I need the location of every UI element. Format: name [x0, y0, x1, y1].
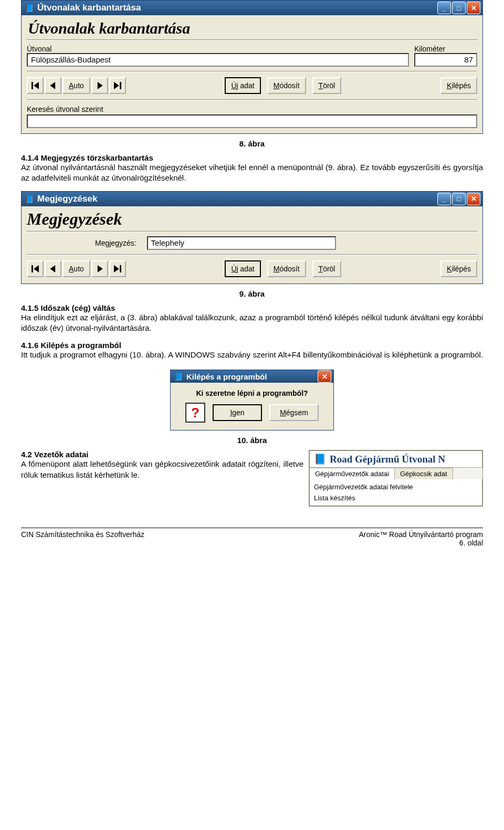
svg-rect-5 — [120, 82, 121, 89]
question-icon: ? — [185, 403, 205, 423]
footer-right-1: Aronic™ Road Útnyilvántartó program — [359, 530, 483, 539]
window-title: Megjegyzések — [36, 194, 437, 204]
figure-8-caption: 8. ábra — [21, 139, 483, 148]
modosit-button[interactable]: Módosít — [267, 77, 306, 94]
nav-prev-button[interactable] — [45, 260, 61, 277]
sec-42-body: A főmenüpont alatt lehetőségünk van gépk… — [21, 459, 303, 480]
tab-gepjarmuvezetok[interactable]: Gépjárművezetők adatai — [309, 468, 395, 479]
torol-button[interactable]: Töröl — [312, 260, 342, 277]
nav-next-button[interactable] — [91, 77, 108, 94]
megsem-button[interactable]: Mégsem — [269, 404, 319, 421]
kereses-label: Keresés útvonal szerint — [27, 105, 103, 113]
right-app-title: 📘 Road Gépjármű Útvonal N — [309, 450, 482, 467]
utvonal-input[interactable]: Fülöpszállás-Budapest — [27, 53, 409, 67]
ujadat-button[interactable]: Új adat — [225, 77, 260, 94]
nav-auto-button[interactable]: Auto — [62, 77, 90, 94]
km-label: Kilométer — [414, 45, 477, 53]
megj-label: Megjegyzés: — [95, 239, 136, 247]
nav-last-button[interactable] — [109, 77, 126, 94]
figure-9-caption: 9. ábra — [21, 289, 483, 298]
footer-right-2: 6. oldal — [359, 539, 483, 547]
km-input[interactable]: 87 — [414, 53, 477, 67]
svg-marker-4 — [114, 82, 119, 89]
nav-first-button[interactable] — [27, 77, 44, 94]
kilepes-button[interactable]: Kilépés — [440, 77, 477, 94]
maximize-button[interactable]: □ — [452, 193, 466, 205]
nav-prev-button[interactable] — [45, 77, 61, 94]
svg-rect-11 — [120, 265, 121, 272]
window-utvonalak: 📘 Útvonalak karbantartása _ □ ✕ Útvonala… — [21, 0, 483, 134]
modosit-button[interactable]: Módosít — [267, 260, 306, 277]
tab-strip: Gépjárművezetők adatai Gépkocsik adat — [309, 467, 482, 479]
close-button[interactable]: ✕ — [467, 2, 480, 14]
app-icon: 📘 — [24, 3, 34, 13]
panel-heading: Útvonalak karbantartása — [27, 18, 477, 37]
sec-42-title: 4.2 Vezetők adatai — [21, 450, 303, 459]
ujadat-button[interactable]: Új adat — [225, 260, 260, 277]
exit-dialog: 📘 Kilépés a programból ✕ Ki szeretne lép… — [170, 370, 334, 430]
right-app-screenshot: 📘 Road Gépjármű Útvonal N Gépjárművezető… — [309, 450, 483, 507]
tab-gepkocsik[interactable]: Gépkocsik adat — [394, 468, 453, 479]
utvonal-label: Útvonal — [27, 45, 409, 53]
nav-first-button[interactable] — [27, 260, 44, 277]
maximize-button[interactable]: □ — [452, 2, 466, 14]
svg-marker-9 — [98, 265, 103, 272]
app-icon: 📘 — [314, 453, 327, 465]
titlebar[interactable]: 📘 Útvonalak karbantartása _ □ ✕ — [22, 1, 482, 15]
app-icon: 📘 — [173, 371, 183, 382]
footer-left: CIN Számítástechnika és Szoftverház — [21, 530, 144, 547]
minimize-button[interactable]: _ — [437, 2, 451, 14]
svg-rect-0 — [32, 82, 33, 89]
svg-marker-10 — [114, 265, 119, 272]
nav-last-button[interactable] — [109, 260, 126, 277]
svg-marker-7 — [34, 265, 39, 272]
app-icon: 📘 — [24, 194, 34, 204]
titlebar[interactable]: 📘 Megjegyzések _ □ ✕ — [22, 192, 482, 206]
page-footer: CIN Számítástechnika és Szoftverház Aron… — [21, 528, 483, 547]
close-button[interactable]: ✕ — [318, 370, 331, 383]
minimize-button[interactable]: _ — [437, 193, 451, 205]
svg-marker-3 — [98, 82, 103, 89]
svg-rect-6 — [32, 265, 33, 272]
titlebar[interactable]: 📘 Kilépés a programból ✕ — [171, 370, 333, 383]
figure-10-caption: 10. ábra — [21, 436, 483, 445]
igen-button[interactable]: Igen — [213, 404, 262, 421]
sec-416-body: Itt tudjuk a programot elhagyni (10. ábr… — [21, 350, 483, 360]
nav-auto-button[interactable]: Auto — [62, 260, 90, 277]
svg-marker-8 — [50, 265, 55, 272]
window-title: Útvonalak karbantartása — [36, 3, 437, 13]
svg-marker-1 — [34, 82, 39, 89]
torol-button[interactable]: Töröl — [312, 77, 342, 94]
svg-marker-2 — [50, 82, 55, 89]
sec-415-title: 4.1.5 Időszak (cég) váltás — [21, 303, 483, 312]
sec-414-body: Az útvonal nyilvántartásnál használt meg… — [21, 162, 483, 184]
panel-heading: Megjegyzések — [27, 209, 477, 229]
dialog-question: Ki szeretne lépni a programból? — [176, 389, 328, 397]
window-megjegyzesek: 📘 Megjegyzések _ □ ✕ Megjegyzések Megjeg… — [21, 191, 483, 284]
menu-item-lista[interactable]: Lista készítés — [314, 492, 478, 503]
sec-414-title: 4.1.4 Megjegyzés törzskarbantartás — [21, 153, 483, 162]
menu-item-felvitele[interactable]: Gépjárművezetők adatai felvitele — [314, 481, 478, 492]
kilepes-button[interactable]: Kilépés — [440, 260, 477, 277]
close-button[interactable]: ✕ — [467, 193, 480, 205]
nav-next-button[interactable] — [91, 260, 108, 277]
menu-dropdown: Gépjárművezetők adatai felvitele Lista k… — [309, 479, 482, 506]
sec-416-title: 4.1.6 Kilépés a programból — [21, 341, 483, 350]
kereses-input[interactable] — [27, 114, 477, 128]
megj-input[interactable]: Telephely — [147, 236, 336, 250]
dialog-title: Kilépés a programból — [185, 372, 318, 381]
sec-415-body: Ha elindítjuk ezt az eljárást, a (3. ábr… — [21, 312, 483, 334]
